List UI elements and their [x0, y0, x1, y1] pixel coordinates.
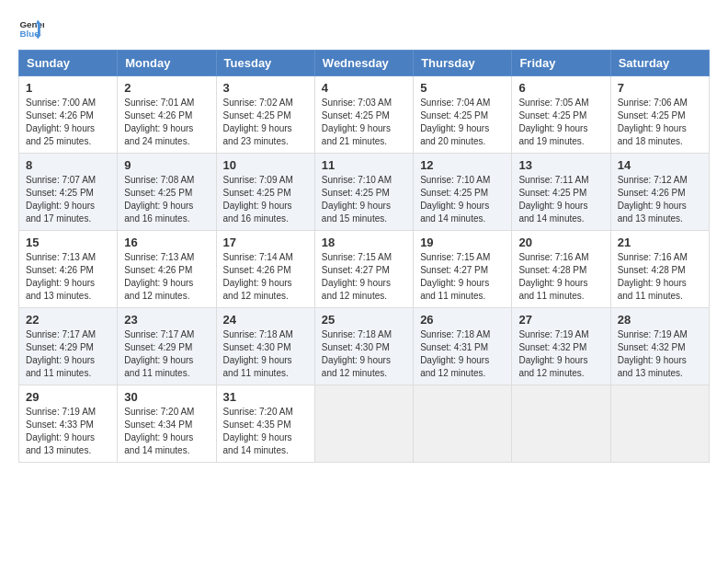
- day-info: Sunrise: 7:04 AMSunset: 4:25 PMDaylight:…: [420, 98, 490, 146]
- calendar-cell: [610, 385, 709, 463]
- day-info: Sunrise: 7:11 AMSunset: 4:25 PMDaylight:…: [518, 175, 588, 224]
- day-number: 7: [618, 81, 702, 95]
- calendar-cell: 18 Sunrise: 7:15 AMSunset: 4:27 PMDaylig…: [314, 231, 413, 308]
- day-info: Sunrise: 7:09 AMSunset: 4:25 PMDaylight:…: [223, 175, 293, 224]
- day-info: Sunrise: 7:08 AMSunset: 4:25 PMDaylight:…: [124, 175, 194, 224]
- calendar-cell: 15 Sunrise: 7:13 AMSunset: 4:26 PMDaylig…: [19, 231, 118, 308]
- logo-icon: General Blue: [18, 15, 44, 40]
- day-number: 18: [322, 236, 406, 249]
- day-number: 8: [26, 158, 110, 172]
- calendar-cell: 26 Sunrise: 7:18 AMSunset: 4:31 PMDaylig…: [414, 308, 512, 385]
- calendar-cell: 27 Sunrise: 7:19 AMSunset: 4:32 PMDaylig…: [512, 308, 610, 385]
- day-info: Sunrise: 7:01 AMSunset: 4:26 PMDaylight:…: [124, 98, 194, 146]
- day-info: Sunrise: 7:20 AMSunset: 4:34 PMDaylight:…: [124, 407, 194, 455]
- column-header-sunday: Sunday: [19, 51, 118, 76]
- day-number: 2: [124, 81, 209, 95]
- day-number: 26: [420, 313, 505, 327]
- calendar-header-row: SundayMondayTuesdayWednesdayThursdayFrid…: [19, 51, 710, 76]
- day-info: Sunrise: 7:02 AMSunset: 4:25 PMDaylight:…: [223, 98, 293, 146]
- day-info: Sunrise: 7:15 AMSunset: 4:27 PMDaylight:…: [322, 252, 392, 301]
- calendar-cell: 1 Sunrise: 7:00 AMSunset: 4:26 PMDayligh…: [19, 76, 118, 154]
- column-header-saturday: Saturday: [610, 51, 709, 76]
- calendar-cell: 23 Sunrise: 7:17 AMSunset: 4:29 PMDaylig…: [118, 308, 216, 385]
- page-header: General Blue: [18, 15, 710, 40]
- day-number: 31: [223, 390, 308, 404]
- day-info: Sunrise: 7:03 AMSunset: 4:25 PMDaylight:…: [322, 98, 392, 146]
- column-header-tuesday: Tuesday: [216, 51, 314, 76]
- calendar-cell: 24 Sunrise: 7:18 AMSunset: 4:30 PMDaylig…: [216, 308, 314, 385]
- day-number: 23: [124, 313, 209, 327]
- day-info: Sunrise: 7:07 AMSunset: 4:25 PMDaylight:…: [26, 175, 96, 224]
- day-info: Sunrise: 7:10 AMSunset: 4:25 PMDaylight:…: [322, 175, 392, 224]
- day-number: 28: [618, 313, 702, 327]
- calendar-cell: 14 Sunrise: 7:12 AMSunset: 4:26 PMDaylig…: [610, 154, 709, 231]
- calendar-cell: 3 Sunrise: 7:02 AMSunset: 4:25 PMDayligh…: [216, 76, 314, 154]
- day-number: 6: [518, 81, 603, 95]
- day-number: 17: [223, 236, 308, 249]
- day-number: 12: [420, 158, 505, 172]
- calendar-week-1: 1 Sunrise: 7:00 AMSunset: 4:26 PMDayligh…: [19, 76, 710, 154]
- day-info: Sunrise: 7:19 AMSunset: 4:32 PMDaylight:…: [518, 329, 588, 378]
- calendar-cell: 30 Sunrise: 7:20 AMSunset: 4:34 PMDaylig…: [118, 385, 216, 463]
- calendar-cell: 28 Sunrise: 7:19 AMSunset: 4:32 PMDaylig…: [610, 308, 709, 385]
- day-info: Sunrise: 7:06 AMSunset: 4:25 PMDaylight:…: [618, 98, 688, 146]
- calendar-week-2: 8 Sunrise: 7:07 AMSunset: 4:25 PMDayligh…: [19, 154, 710, 231]
- day-info: Sunrise: 7:12 AMSunset: 4:26 PMDaylight:…: [618, 175, 688, 224]
- day-info: Sunrise: 7:17 AMSunset: 4:29 PMDaylight:…: [26, 329, 96, 378]
- calendar-cell: 13 Sunrise: 7:11 AMSunset: 4:25 PMDaylig…: [512, 154, 610, 231]
- day-info: Sunrise: 7:16 AMSunset: 4:28 PMDaylight:…: [618, 252, 688, 301]
- calendar-cell: 4 Sunrise: 7:03 AMSunset: 4:25 PMDayligh…: [314, 76, 413, 154]
- calendar-cell: 12 Sunrise: 7:10 AMSunset: 4:25 PMDaylig…: [414, 154, 512, 231]
- day-number: 21: [618, 236, 702, 249]
- day-info: Sunrise: 7:19 AMSunset: 4:33 PMDaylight:…: [26, 407, 96, 455]
- calendar-week-4: 22 Sunrise: 7:17 AMSunset: 4:29 PMDaylig…: [19, 308, 710, 385]
- day-number: 19: [420, 236, 505, 249]
- calendar-cell: 10 Sunrise: 7:09 AMSunset: 4:25 PMDaylig…: [216, 154, 314, 231]
- calendar-cell: 17 Sunrise: 7:14 AMSunset: 4:26 PMDaylig…: [216, 231, 314, 308]
- day-number: 13: [518, 158, 603, 172]
- calendar-table: SundayMondayTuesdayWednesdayThursdayFrid…: [18, 50, 710, 463]
- day-number: 10: [223, 158, 308, 172]
- day-number: 16: [124, 236, 209, 249]
- day-number: 1: [26, 81, 110, 95]
- day-info: Sunrise: 7:18 AMSunset: 4:30 PMDaylight:…: [223, 329, 293, 378]
- day-info: Sunrise: 7:05 AMSunset: 4:25 PMDaylight:…: [518, 98, 588, 146]
- column-header-monday: Monday: [118, 51, 216, 76]
- calendar-cell: 8 Sunrise: 7:07 AMSunset: 4:25 PMDayligh…: [19, 154, 118, 231]
- calendar-cell: 2 Sunrise: 7:01 AMSunset: 4:26 PMDayligh…: [118, 76, 216, 154]
- day-number: 30: [124, 390, 209, 404]
- day-number: 27: [518, 313, 603, 327]
- calendar-cell: 19 Sunrise: 7:15 AMSunset: 4:27 PMDaylig…: [414, 231, 512, 308]
- calendar-cell: [414, 385, 512, 463]
- calendar-cell: 25 Sunrise: 7:18 AMSunset: 4:30 PMDaylig…: [314, 308, 413, 385]
- day-info: Sunrise: 7:20 AMSunset: 4:35 PMDaylight:…: [223, 407, 293, 455]
- calendar-week-3: 15 Sunrise: 7:13 AMSunset: 4:26 PMDaylig…: [19, 231, 710, 308]
- calendar-cell: 6 Sunrise: 7:05 AMSunset: 4:25 PMDayligh…: [512, 76, 610, 154]
- day-info: Sunrise: 7:14 AMSunset: 4:26 PMDaylight:…: [223, 252, 293, 301]
- day-number: 25: [322, 313, 406, 327]
- calendar-cell: 9 Sunrise: 7:08 AMSunset: 4:25 PMDayligh…: [118, 154, 216, 231]
- day-number: 22: [26, 313, 110, 327]
- calendar-cell: 21 Sunrise: 7:16 AMSunset: 4:28 PMDaylig…: [610, 231, 709, 308]
- calendar-cell: 16 Sunrise: 7:13 AMSunset: 4:26 PMDaylig…: [118, 231, 216, 308]
- calendar-cell: [512, 385, 610, 463]
- day-number: 3: [223, 81, 308, 95]
- day-number: 15: [26, 236, 110, 249]
- calendar-cell: 20 Sunrise: 7:16 AMSunset: 4:28 PMDaylig…: [512, 231, 610, 308]
- calendar-cell: 11 Sunrise: 7:10 AMSunset: 4:25 PMDaylig…: [314, 154, 413, 231]
- day-info: Sunrise: 7:13 AMSunset: 4:26 PMDaylight:…: [124, 252, 194, 301]
- svg-text:Blue: Blue: [19, 29, 40, 39]
- calendar-cell: 31 Sunrise: 7:20 AMSunset: 4:35 PMDaylig…: [216, 385, 314, 463]
- day-info: Sunrise: 7:18 AMSunset: 4:30 PMDaylight:…: [322, 329, 392, 378]
- column-header-friday: Friday: [512, 51, 610, 76]
- day-number: 4: [322, 81, 406, 95]
- day-info: Sunrise: 7:13 AMSunset: 4:26 PMDaylight:…: [26, 252, 96, 301]
- logo: General Blue: [18, 15, 48, 40]
- day-info: Sunrise: 7:18 AMSunset: 4:31 PMDaylight:…: [420, 329, 490, 378]
- calendar-cell: 22 Sunrise: 7:17 AMSunset: 4:29 PMDaylig…: [19, 308, 118, 385]
- day-info: Sunrise: 7:17 AMSunset: 4:29 PMDaylight:…: [124, 329, 194, 378]
- day-info: Sunrise: 7:15 AMSunset: 4:27 PMDaylight:…: [420, 252, 490, 301]
- column-header-thursday: Thursday: [414, 51, 512, 76]
- day-number: 9: [124, 158, 209, 172]
- calendar-cell: [314, 385, 413, 463]
